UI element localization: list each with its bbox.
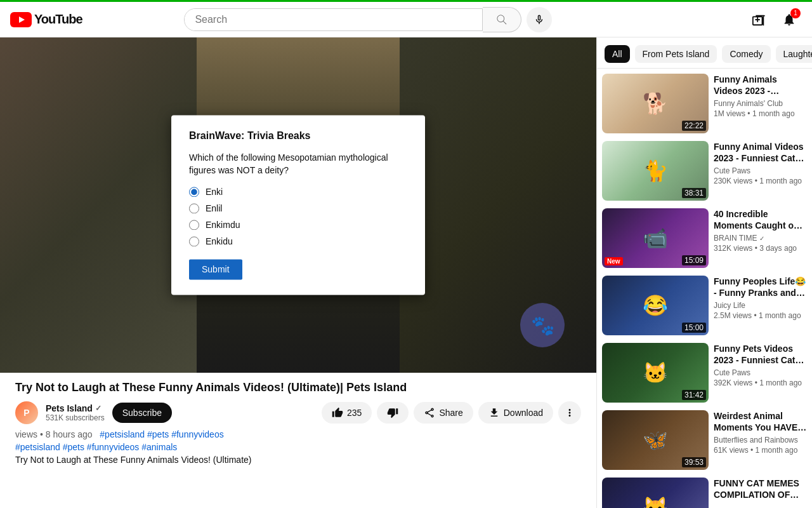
- channel-name: Pets Island ✓: [46, 403, 105, 413]
- duration-3: 15:09: [682, 255, 706, 265]
- notifications-button[interactable]: 1: [776, 7, 802, 32]
- thumbs-up-icon: [332, 407, 343, 418]
- sidebar-meta-1: 1M views • 1 month ago: [714, 109, 807, 118]
- sidebar-video-title-3: 40 Incredible Moments Caught on CCTV Cam…: [714, 208, 807, 231]
- video-title: Try Not to Laugh at These Funny Animals …: [15, 380, 581, 395]
- share-label: Share: [439, 408, 462, 418]
- hashtags-1[interactable]: #petsisland #pets #funnyvideos: [100, 429, 223, 439]
- sidebar-channel-1: Funny Animals' Club: [714, 99, 807, 108]
- trivia-option-3[interactable]: Enkimdu: [189, 220, 407, 231]
- video-stats: views • 8 hours ago #petsisland #pets #f…: [15, 429, 581, 439]
- sidebar-video-item-7[interactable]: 😸 FUNNY CAT MEMES COMPILATION OF 2022: [602, 478, 807, 508]
- sidebar-video-item-6[interactable]: 🦋 39:53 Weirdest Animal Moments You HAVE…: [602, 410, 807, 470]
- channel-name-area: Pets Island ✓ 531K subscribers: [46, 403, 105, 422]
- duration-2: 38:31: [682, 188, 706, 198]
- sidebar-meta-3: 312K views • 3 days ago: [714, 244, 807, 253]
- header: YouTube 1: [0, 2, 812, 37]
- trivia-option-4[interactable]: Enkidu: [189, 237, 407, 247]
- search-icon: [495, 13, 508, 26]
- duration-4: 15:00: [682, 323, 706, 333]
- search-input[interactable]: [185, 9, 482, 30]
- youtube-wordmark: YouTube: [34, 12, 82, 27]
- notification-badge: 1: [790, 8, 801, 18]
- logo[interactable]: YouTube: [10, 12, 82, 27]
- sidebar-video-info-7: FUNNY CAT MEMES COMPILATION OF 2022: [714, 478, 807, 508]
- verified-icon: ✓: [95, 404, 102, 413]
- create-button[interactable]: [746, 7, 771, 32]
- search-button[interactable]: [483, 7, 521, 32]
- action-buttons: 235 Share: [322, 401, 581, 424]
- sidebar-video-item-3[interactable]: 📹 15:09 New 40 Incredible Moments Caught…: [602, 208, 807, 268]
- sidebar-filter-tabs: All From Pets Island Comedy Laughter: [597, 37, 812, 69]
- sidebar-video-title-4: Funny Peoples Life😂 - Funny Pranks and A…: [714, 276, 807, 298]
- filter-tab-comedy[interactable]: Comedy: [722, 45, 770, 63]
- sidebar-video-item-1[interactable]: 🐕 22:22 Funny Animals Videos 2023 - Funn…: [602, 74, 807, 133]
- more-icon: [564, 407, 575, 418]
- subscriber-count: 531K subscribers: [46, 413, 105, 422]
- trivia-radio-2[interactable]: [189, 204, 199, 214]
- thumbs-down-icon: [387, 407, 398, 418]
- sidebar-meta-2: 230K views • 1 month ago: [714, 177, 807, 185]
- trivia-option-3-label: Enkimdu: [206, 220, 240, 231]
- sidebar-video-item-5[interactable]: 🐱 31:42 Funny Pets Videos 2023 - Funnies…: [602, 343, 807, 403]
- video-player[interactable]: Pets Island 🐾 BrainWave: Trivia Breaks W…: [0, 37, 596, 373]
- filter-tab-all[interactable]: All: [605, 45, 630, 63]
- sidebar-channel-6: Butterflies and Rainbows: [714, 436, 807, 444]
- sidebar-thumb-5: 🐱 31:42: [602, 343, 709, 403]
- sidebar-video-info-5: Funny Pets Videos 2023 - Funniest Cats A…: [714, 343, 807, 403]
- mic-button[interactable]: [527, 7, 552, 32]
- filter-tab-laughter[interactable]: Laughter: [776, 45, 812, 63]
- download-icon: [488, 407, 500, 418]
- trivia-title: BrainWave: Trivia Breaks: [189, 130, 407, 142]
- sidebar: All From Pets Island Comedy Laughter 🐕 2…: [596, 37, 812, 508]
- trivia-option-1[interactable]: Enki: [189, 187, 407, 197]
- create-icon: [752, 13, 766, 27]
- share-button[interactable]: Share: [414, 402, 473, 424]
- video-meta-row: P Pets Island ✓ 531K subscribers Subscri…: [15, 401, 581, 424]
- trivia-question: Which of the following Mesopotamian myth…: [189, 152, 407, 177]
- subscribe-button[interactable]: Subscribe: [112, 403, 172, 423]
- sidebar-video-title-7: FUNNY CAT MEMES COMPILATION OF 2022: [714, 478, 807, 500]
- sidebar-video-item-4[interactable]: 😂 15:00 Funny Peoples Life😂 - Funny Pran…: [602, 276, 807, 335]
- trivia-modal: BrainWave: Trivia Breaks Which of the fo…: [171, 115, 425, 295]
- verified-icon-3: ✓: [759, 235, 764, 242]
- sidebar-meta-5: 392K views • 1 month ago: [714, 378, 807, 387]
- dislike-button[interactable]: [377, 402, 409, 424]
- filter-tab-from-pets[interactable]: From Pets Island: [635, 45, 717, 63]
- trivia-submit-button[interactable]: Submit: [189, 260, 242, 280]
- upload-time-value: 8 hours ago: [46, 429, 93, 439]
- sidebar-video-title-1: Funny Animals Videos 2023 - Funniest Dog…: [714, 74, 807, 97]
- like-button[interactable]: 235: [322, 402, 372, 424]
- youtube-logo-icon: [10, 12, 32, 27]
- trivia-options: Enki Enlil Enkimdu Enkidu: [189, 187, 407, 247]
- download-button[interactable]: Download: [478, 402, 553, 424]
- sidebar-videos: 🐕 22:22 Funny Animals Videos 2023 - Funn…: [597, 69, 812, 508]
- sidebar-meta-6: 61K views • 1 month ago: [714, 446, 807, 455]
- trivia-radio-1[interactable]: [189, 187, 199, 197]
- trivia-radio-4[interactable]: [189, 237, 199, 247]
- trivia-option-4-label: Enkidu: [206, 237, 233, 247]
- video-section: Pets Island 🐾 BrainWave: Trivia Breaks W…: [0, 37, 596, 508]
- duration-1: 22:22: [682, 121, 706, 131]
- share-icon: [424, 407, 435, 418]
- sidebar-channel-2: Cute Paws: [714, 166, 807, 175]
- sidebar-video-item-2[interactable]: 🐈 38:31 Funny Animal Videos 2023 - Funni…: [602, 141, 807, 201]
- sidebar-video-info-3: 40 Incredible Moments Caught on CCTV Cam…: [714, 208, 807, 268]
- view-count: views: [15, 429, 37, 439]
- sidebar-channel-4: Juicy Life: [714, 301, 807, 310]
- sidebar-thumb-6: 🦋 39:53: [602, 410, 709, 470]
- mic-icon: [534, 14, 545, 25]
- sidebar-thumb-4: 😂 15:00: [602, 276, 709, 335]
- more-button[interactable]: [558, 401, 581, 424]
- channel-avatar[interactable]: P: [15, 401, 38, 424]
- trivia-option-2[interactable]: Enlil: [189, 204, 407, 214]
- search-bar: [184, 8, 483, 31]
- sidebar-video-info-4: Funny Peoples Life😂 - Funny Pranks and A…: [714, 276, 807, 335]
- video-description: Try Not to Laugh at These Funny Animals …: [15, 455, 581, 465]
- trivia-radio-3[interactable]: [189, 220, 199, 231]
- header-right: 1: [746, 7, 802, 32]
- sidebar-video-info-2: Funny Animal Videos 2023 - Funniest Cats…: [714, 141, 807, 201]
- duration-6: 39:53: [682, 457, 706, 467]
- hashtags-2[interactable]: #petsisland #pets #funnyvideos #animals: [15, 442, 581, 452]
- trivia-option-1-label: Enki: [206, 187, 223, 197]
